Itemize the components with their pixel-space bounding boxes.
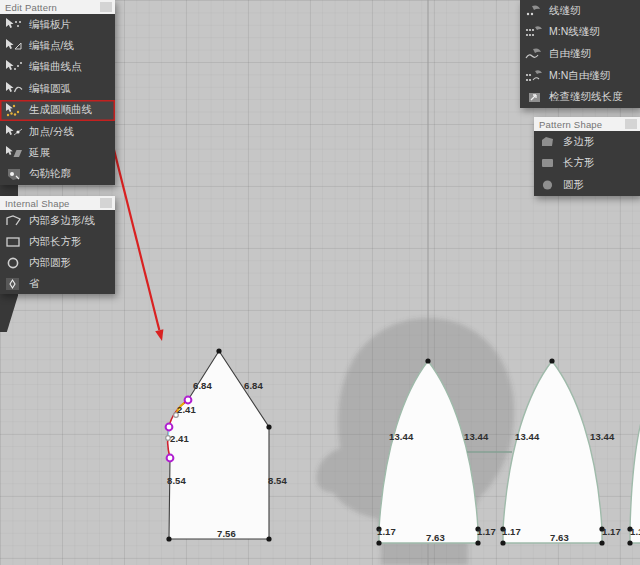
edit-point-line-icon [4, 38, 24, 54]
menu-item-add-point-split-line[interactable]: 加点/分线 [0, 121, 115, 142]
internal-shape-title: Internal Shape [5, 198, 70, 209]
menu-item-label: 编辑板片 [29, 18, 71, 32]
internal-circle-icon [4, 255, 24, 271]
annotation-arrow [108, 126, 163, 341]
menu-item-label: 自由缝纫 [549, 47, 591, 61]
pattern-piece-arch-right[interactable] [503, 361, 602, 543]
menu-item-mn-line-sew[interactable]: M:N线缝纫 [520, 22, 640, 44]
edit-pattern-header: Edit Pattern [0, 0, 115, 14]
menu-item-label: 加点/分线 [29, 125, 74, 139]
menu-item-label: 线缝纫 [549, 4, 581, 18]
rectangle-icon [538, 155, 558, 171]
menu-item-line-sew[interactable]: 线缝纫 [520, 0, 640, 22]
menu-item-check-seam-length[interactable]: 检查缝纫线长度 [520, 86, 640, 108]
circle-icon [538, 177, 558, 193]
edit-pattern-title: Edit Pattern [5, 2, 57, 13]
mn-line-sew-icon [524, 24, 544, 40]
menu-item-label: 圆形 [563, 178, 584, 192]
menu-item-extend[interactable]: 延展 [0, 142, 115, 163]
menu-item-rectangle[interactable]: 长方形 [534, 153, 640, 175]
panel-collapse-box[interactable] [100, 198, 112, 208]
edit-curve-point-icon [4, 59, 24, 75]
menu-item-edit-point-line[interactable]: 编辑点/线 [0, 35, 115, 56]
check-seam-length-icon [524, 89, 544, 105]
menu-item-label: 内部圆形 [29, 256, 71, 270]
pattern-shape-title: Pattern Shape [539, 119, 602, 130]
menu-item-label: 内部多边形/线 [29, 214, 95, 228]
pattern-piece-arch-partial[interactable] [630, 418, 640, 543]
mn-free-sew-icon [524, 68, 544, 84]
edit-piece-icon [4, 17, 24, 33]
internal-shape-header: Internal Shape [0, 196, 115, 210]
free-sew-icon [524, 46, 544, 62]
pattern-shape-panel: Pattern Shape 多边形 长方形 圆形 [534, 117, 640, 196]
menu-item-label: 内部长方形 [29, 235, 82, 249]
menu-item-label: 长方形 [563, 156, 595, 170]
menu-item-label: 生成圆顺曲线 [29, 103, 92, 117]
menu-item-label: 编辑曲线点 [29, 60, 82, 74]
menu-item-label: 编辑圆弧 [29, 82, 71, 96]
menu-item-internal-polygon-line[interactable]: 内部多边形/线 [0, 210, 115, 231]
menu-item-label: M:N自由缝纫 [549, 69, 610, 83]
panel-collapse-box[interactable] [625, 119, 637, 129]
app-window: 6.84 6.84 2.41 2.41 8.54 8.54 7.56 13.44… [0, 0, 640, 565]
dart-icon [4, 276, 24, 292]
add-point-icon [4, 124, 24, 140]
edit-arc-icon [4, 81, 24, 97]
menu-item-label: M:N线缝纫 [549, 25, 600, 39]
menu-item-dart[interactable]: 省 [0, 273, 115, 294]
line-sew-icon [524, 3, 544, 19]
internal-shape-panel: Internal Shape 内部多边形/线 内部长方形 内部圆形 省 [0, 196, 115, 294]
smooth-curve-icon [4, 102, 24, 118]
menu-item-label: 多边形 [563, 135, 595, 149]
menu-item-label: 勾勒轮廓 [29, 167, 71, 181]
menu-item-label: 延展 [29, 146, 50, 160]
menu-item-generate-smooth-curve[interactable]: 生成圆顺曲线 [0, 100, 115, 121]
pattern-shape-header: Pattern Shape [534, 117, 640, 131]
edit-pattern-panel: Edit Pattern 编辑板片 编辑点/线 编辑曲线点 编辑圆弧 生成圆顺曲… [0, 0, 115, 185]
menu-item-edit-curve-point[interactable]: 编辑曲线点 [0, 57, 115, 78]
menu-item-label: 省 [29, 277, 40, 291]
extend-icon [4, 145, 24, 161]
menu-item-label: 编辑点/线 [29, 39, 74, 53]
internal-polygon-icon [4, 213, 24, 229]
menu-item-edit-arc[interactable]: 编辑圆弧 [0, 78, 115, 99]
menu-item-circle[interactable]: 圆形 [534, 174, 640, 196]
pattern-piece-house[interactable] [168, 351, 269, 539]
internal-rectangle-icon [4, 234, 24, 250]
menu-item-free-sew[interactable]: 自由缝纫 [520, 43, 640, 65]
panel-collapse-box[interactable] [100, 2, 112, 12]
menu-item-polygon[interactable]: 多边形 [534, 131, 640, 153]
menu-item-mn-free-sew[interactable]: M:N自由缝纫 [520, 65, 640, 87]
sewing-panel: 线缝纫 M:N线缝纫 自由缝纫 M:N自由缝纫 检查缝纫线长度 [520, 0, 640, 108]
menu-item-internal-rectangle[interactable]: 内部长方形 [0, 231, 115, 252]
trace-outline-icon [4, 166, 24, 182]
menu-item-edit-piece[interactable]: 编辑板片 [0, 14, 115, 35]
menu-item-trace-outline[interactable]: 勾勒轮廓 [0, 164, 115, 185]
polygon-icon [538, 134, 558, 150]
menu-item-internal-circle[interactable]: 内部圆形 [0, 252, 115, 273]
menu-item-label: 检查缝纫线长度 [549, 90, 623, 104]
